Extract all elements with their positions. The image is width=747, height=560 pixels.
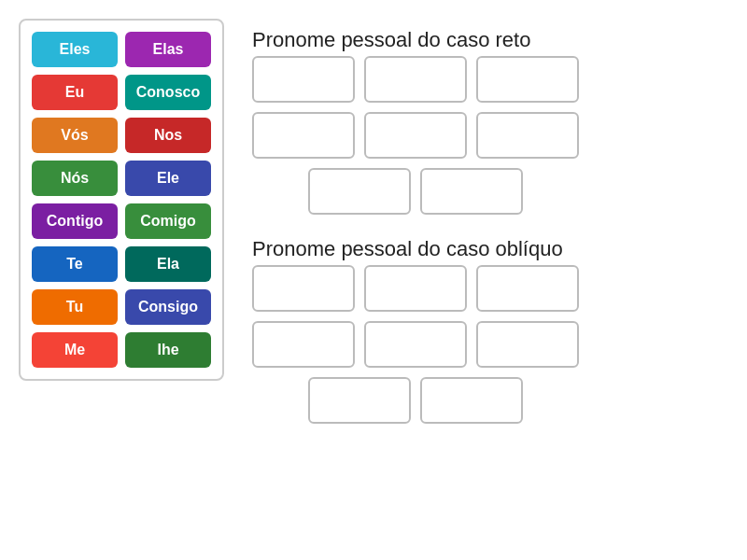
section2-title: Pronome pessoal do caso oblíquo [252, 237, 728, 261]
section1-grid [252, 56, 728, 215]
section2-row-1 [252, 265, 728, 312]
word-row-0: ElesElas [32, 32, 211, 67]
word-btn-tu[interactable]: Tu [32, 289, 118, 325]
section1: Pronome pessoal do caso reto [252, 28, 728, 215]
drop-box[interactable] [252, 265, 355, 312]
drop-box[interactable] [364, 56, 467, 103]
word-row-4: ContigoComigo [32, 203, 211, 239]
left-panel: ElesElasEuConoscoVósNosNósEleContigoComi… [19, 19, 224, 381]
word-btn-nos[interactable]: Nos [125, 118, 211, 153]
section2-grid [252, 265, 728, 424]
word-row-2: VósNos [32, 118, 211, 153]
word-btn-me[interactable]: Me [32, 332, 118, 368]
drop-box[interactable] [476, 321, 579, 368]
word-row-1: EuConosco [32, 75, 211, 110]
word-btn-comigo[interactable]: Comigo [125, 203, 211, 239]
section1-row-3 [252, 168, 728, 215]
drop-box[interactable] [476, 112, 579, 159]
word-btn-ele[interactable]: Ele [125, 161, 211, 196]
section1-title: Pronome pessoal do caso reto [252, 28, 728, 52]
word-row-6: TuConsigo [32, 289, 211, 325]
drop-box[interactable] [252, 112, 355, 159]
drop-box[interactable] [252, 56, 355, 103]
drop-box[interactable] [420, 168, 523, 215]
drop-box[interactable] [308, 168, 411, 215]
drop-box[interactable] [364, 321, 467, 368]
word-btn-nós[interactable]: Nós [32, 161, 118, 196]
word-btn-te[interactable]: Te [32, 246, 118, 282]
word-btn-eles[interactable]: Eles [32, 32, 118, 67]
word-btn-ihe[interactable]: Ihe [125, 332, 211, 368]
drop-box[interactable] [252, 321, 355, 368]
section2: Pronome pessoal do caso oblíquo [252, 237, 728, 424]
word-btn-conosco[interactable]: Conosco [125, 75, 211, 110]
word-row-3: NósEle [32, 161, 211, 196]
section1-row-1 [252, 56, 728, 103]
drop-box[interactable] [308, 377, 411, 424]
drop-box[interactable] [364, 265, 467, 312]
drop-box[interactable] [364, 112, 467, 159]
main-container: ElesElasEuConoscoVósNosNósEleContigoComi… [0, 0, 747, 560]
word-row-7: MeIhe [32, 332, 211, 368]
word-btn-ela[interactable]: Ela [125, 246, 211, 282]
drop-box[interactable] [476, 265, 579, 312]
word-btn-contigo[interactable]: Contigo [32, 203, 118, 239]
word-btn-consigo[interactable]: Consigo [125, 289, 211, 325]
section2-row-2 [252, 321, 728, 368]
section1-row-2 [252, 112, 728, 159]
drop-box[interactable] [420, 377, 523, 424]
word-btn-eu[interactable]: Eu [32, 75, 118, 110]
word-row-5: TeEla [32, 246, 211, 282]
word-btn-vós[interactable]: Vós [32, 118, 118, 153]
drop-box[interactable] [476, 56, 579, 103]
word-btn-elas[interactable]: Elas [125, 32, 211, 67]
section2-row-3 [252, 377, 728, 424]
right-panel: Pronome pessoal do caso reto [252, 19, 728, 424]
